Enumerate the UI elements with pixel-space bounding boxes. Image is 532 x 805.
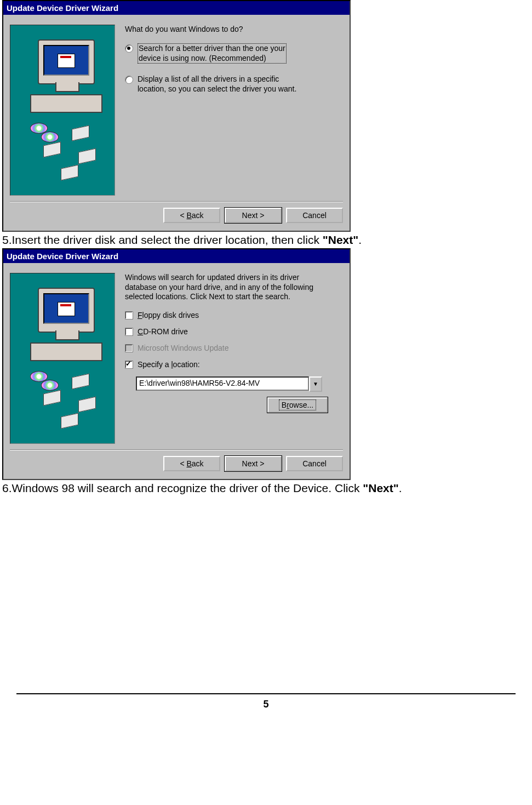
step-5-caption: 5.Insert the driver disk and select the …	[2, 233, 532, 247]
next-button[interactable]: Next >	[225, 208, 282, 223]
dialog-title: Update Device Driver Wizard	[3, 249, 350, 263]
wizard-graphic	[10, 273, 115, 444]
option-label: Search for a better driver than the one …	[138, 43, 287, 64]
checkbox-label: Microsoft Windows Update	[138, 344, 229, 352]
location-combo[interactable]: E:\driver\win98\HAMR56-V2.84-MV ▼	[136, 376, 322, 392]
checkbox-icon	[125, 311, 133, 319]
wizard-graphic	[10, 25, 115, 196]
dropdown-button[interactable]: ▼	[309, 376, 322, 392]
checkbox-icon	[125, 344, 133, 352]
checkbox-label: CD-ROM drive	[138, 327, 188, 336]
checkbox-icon	[125, 361, 133, 369]
location-input[interactable]: E:\driver\win98\HAMR56-V2.84-MV	[136, 376, 309, 391]
checkbox-icon	[125, 328, 133, 336]
radio-icon	[125, 76, 133, 84]
page-number: 5	[16, 693, 516, 721]
cancel-button[interactable]: Cancel	[286, 456, 343, 471]
intro-text: Windows will search for updated drivers …	[125, 273, 343, 302]
radio-icon	[125, 44, 133, 53]
checkbox-cdrom[interactable]: CD-ROM drive	[125, 327, 343, 336]
checkbox-label: Floppy disk drives	[138, 311, 199, 319]
checkbox-specify-location[interactable]: Specify a location:	[125, 360, 343, 369]
next-button[interactable]: Next >	[225, 456, 282, 471]
wizard-dialog-2: Update Device Driver Wizard Windows will…	[2, 248, 351, 480]
browse-button[interactable]: Browse...	[267, 397, 328, 413]
prompt-text: What do you want Windows to do?	[125, 25, 343, 33]
option-display-list[interactable]: Display a list of all the drivers in a s…	[125, 75, 343, 94]
cancel-button[interactable]: Cancel	[286, 208, 343, 223]
checkbox-windows-update: Microsoft Windows Update	[125, 344, 343, 352]
dialog-title: Update Device Driver Wizard	[3, 1, 350, 15]
back-button[interactable]: < Back	[163, 456, 220, 471]
checkbox-floppy[interactable]: Floppy disk drives	[125, 311, 343, 319]
step-6-caption: 6.Windows 98 will search and recognize t…	[2, 481, 532, 495]
back-button[interactable]: < Back	[163, 208, 220, 223]
option-label: Display a list of all the drivers in a s…	[138, 75, 296, 94]
checkbox-label: Specify a location:	[138, 360, 200, 369]
option-search-better[interactable]: Search for a better driver than the one …	[125, 43, 343, 64]
wizard-dialog-1: Update Device Driver Wizard What do you …	[2, 0, 351, 232]
